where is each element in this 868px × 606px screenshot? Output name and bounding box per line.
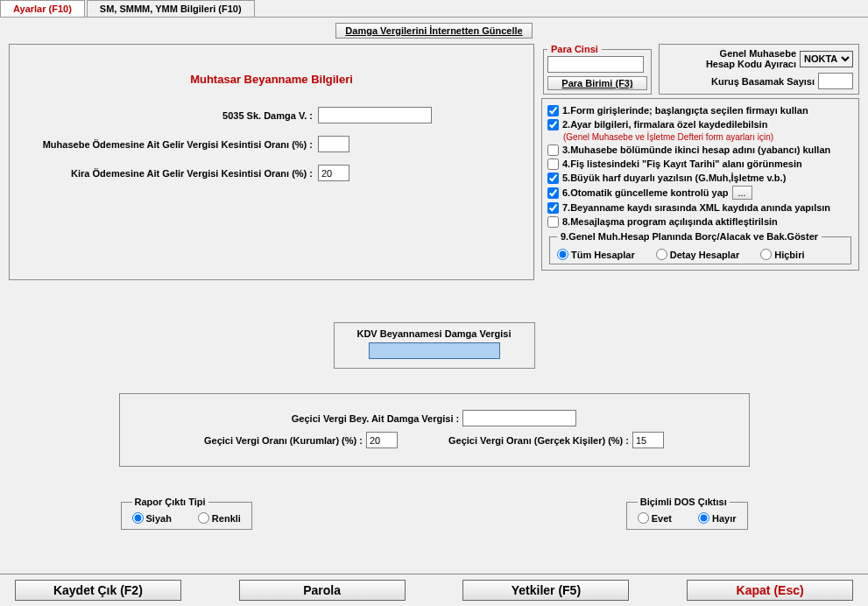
dos-cikti-fieldset: Biçimli DOS Çıktısı Evet Hayır [626,497,748,530]
genel-muhasebe-box: Genel Muhasebe Hesap Kodu Ayıracı NOKTA … [659,44,859,95]
tab-bar: Ayarlar (F10) SM, SMMM, YMM Bilgileri (F… [0,0,868,18]
opt8-checkbox[interactable] [547,216,559,228]
para-birimi-button[interactable]: Para Birimi (F3) [547,76,647,90]
rapor-cikti-fieldset: Rapor Çıktı Tipi Siyah Renkli [121,497,252,530]
opt6-checkbox[interactable] [547,187,559,199]
gecici-damga-input[interactable] [462,410,576,426]
gecici-gercek-label: Geçici Vergi Oranı (Gerçek Kişiler) (%) … [448,435,629,446]
opt8-label: 8.Mesajlaşma program açılışında aktifleş… [562,215,778,228]
gm-label-2: Hesap Kodu Ayıracı [706,59,796,69]
rapor-radio-renkli[interactable] [198,512,209,524]
kdv-damga-input[interactable] [369,342,500,359]
dos-radio-evet[interactable] [638,512,649,524]
rapor-radio-siyah[interactable] [132,512,144,524]
opt9-radio-none[interactable] [760,249,772,260]
gecici-damga-label: Geçici Vergi Bey. Ait Damga Vergisi : [292,413,459,424]
opt3-label: 3.Muhasebe bölümünde ikinci hesap adını … [562,144,830,156]
kurus-label: Kuruş Basamak Sayısı [665,76,815,87]
para-cinsi-input[interactable] [547,56,644,73]
footer-bar: Kaydet Çık (F2) Parola Yetkiler (F5) Kap… [0,574,868,606]
opt1-label: 1.Form girişlerinde; başlangıçta seçilen… [562,104,808,116]
kurus-basamak-input[interactable] [818,73,853,89]
gecici-kurum-label: Geçici Vergi Oranı (Kurumlar) (%) : [204,435,363,446]
opt2-label: 2.Ayar bilgileri, firmalara özel kaydedi… [562,118,767,130]
opt4-label: 4.Fiş listesindeki "Fiş Kayıt Tarihi" al… [562,158,802,170]
opt9-radio-all[interactable] [557,249,568,260]
opt9-radio-detail[interactable] [656,249,667,260]
opt7-label: 7.Beyanname kaydı sırasında XML kaydıda … [562,201,830,214]
rapor-legend: Rapor Çıktı Tipi [132,497,208,507]
kdv-panel: KDV Beyannamesi Damga Vergisi [334,322,535,369]
opt9-detail-label: Detay Hesaplar [670,250,740,260]
opt9-legend: 9.Genel Muh.Hesap Planında Borç/Alacak v… [557,231,822,242]
update-stamp-taxes-button[interactable]: Damga Vergilerini İnternetten Güncelle [335,23,532,39]
label-muh-gelir-oran: Muhasebe Ödemesine Ait Gelir Vergisi Kes… [20,139,318,150]
opt7-checkbox[interactable] [547,202,559,214]
opt2-checkbox[interactable] [547,119,559,130]
label-5035: 5035 Sk. Damga V. : [20,110,318,121]
gecici-gercek-input[interactable] [632,432,664,448]
tab-sm-smmm-ymm[interactable]: SM, SMMM, YMM Bilgileri (F10) [87,0,255,17]
rapor-renkli-label: Renkli [212,513,241,524]
gm-label-1: Genel Muhasebe [720,48,796,59]
opt6-label: 6.Otomatik güncelleme kontrolü yap [562,187,729,199]
kaydet-cik-button[interactable]: Kaydet Çık (F2) [15,580,181,601]
label-kira-gelir-oran: Kira Ödemesine Ait Gelir Vergisi Kesinti… [20,168,318,179]
rapor-siyah-label: Siyah [146,513,172,524]
input-muh-gelir-oran[interactable] [318,136,349,152]
hesap-kodu-ayiraci-select[interactable]: NOKTA [800,51,853,67]
dos-radio-hayir[interactable] [698,512,709,524]
muhtasar-panel: Muhtasar Beyanname Bilgileri 5035 Sk. Da… [9,44,534,280]
opt9-none-label: Hiçbiri [774,250,804,260]
opt3-checkbox[interactable] [547,144,559,156]
yetkiler-button[interactable]: Yetkiler (F5) [462,580,629,601]
opt9-all-label: Tüm Hesaplar [571,250,635,260]
opt5-label: 5.Büyük harf duyarlı yazılsın (G.Muh,İşl… [562,172,786,184]
kapat-button[interactable]: Kapat (Esc) [687,580,853,601]
opt9-fieldset: 9.Genel Muh.Hesap Planında Borç/Alacak v… [549,231,851,264]
para-cinsi-fieldset: Para Cinsi Para Birimi (F3) [543,44,652,95]
muhtasar-title: Muhtasar Beyanname Bilgileri [20,73,523,86]
dos-legend: Biçimli DOS Çıktısı [638,497,730,507]
para-cinsi-legend: Para Cinsi [547,44,602,54]
options-panel: 1.Form girişlerinde; başlangıçta seçilen… [541,98,859,271]
input-kira-gelir-oran[interactable] [318,165,349,181]
opt4-checkbox[interactable] [547,159,559,170]
gecici-panel: Geçici Vergi Bey. Ait Damga Vergisi : Ge… [119,393,750,467]
parola-button[interactable]: Parola [239,580,406,601]
kdv-label: KDV Beyannamesi Damga Vergisi [342,328,527,339]
tab-ayarlar[interactable]: Ayarlar (F10) [0,0,85,17]
dos-hayir-label: Hayır [712,513,737,524]
opt1-checkbox[interactable] [547,105,559,116]
input-5035-damga[interactable] [318,107,432,123]
opt5-checkbox[interactable] [547,173,559,184]
opt6-settings-button[interactable]: ... [732,186,752,200]
dos-evet-label: Evet [652,513,672,524]
opt2-note: (Genel Muhasebe ve İşletme Defteri form … [563,132,853,142]
gecici-kurum-input[interactable] [366,432,398,448]
